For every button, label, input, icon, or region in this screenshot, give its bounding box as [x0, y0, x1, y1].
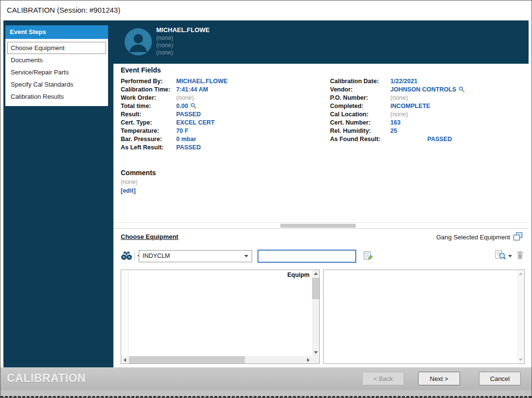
field-label: Work Order:	[121, 94, 176, 101]
next-button[interactable]: Next >	[418, 372, 460, 385]
event-fields-title: Event Fields	[121, 66, 161, 74]
titlebar: CALIBRATION (Session: #901243)	[0, 0, 532, 20]
gang-selected-equipment-label: Gang Selected Equipment	[436, 234, 510, 241]
field-label: Calibration Date:	[330, 78, 390, 85]
binoculars-icon	[121, 251, 132, 262]
event-fields-left-column: Performed By:MICHAEL.FLOWE Calibration T…	[121, 77, 228, 151]
user-detail-line: (none)	[156, 42, 173, 49]
field-label: Temperature:	[121, 127, 176, 134]
event-steps-panel: Event Steps Choose Equipment Documents S…	[5, 25, 108, 106]
cancel-button[interactable]: Cancel	[479, 372, 521, 385]
horizontal-scrollbar[interactable]	[121, 356, 312, 363]
field-value: 25	[390, 127, 397, 134]
equipment-search-input[interactable]	[257, 250, 356, 263]
equipment-category-dropdown[interactable]: INDYCLM	[139, 250, 252, 262]
field-value: PASSED	[427, 136, 452, 143]
field-value: 0 mbar	[176, 136, 196, 143]
user-detail-line: (none)	[156, 35, 173, 42]
field-value: (none)	[390, 94, 408, 101]
scroll-down-button[interactable]	[312, 349, 319, 356]
field-value: EXCEL CERT	[176, 119, 215, 126]
scroll-right-button[interactable]	[305, 356, 312, 363]
copy-stack-icon[interactable]	[513, 232, 523, 243]
field-value: 163	[390, 119, 401, 126]
field-value: 7:41:44 AM	[176, 86, 208, 93]
field-value: (none)	[176, 94, 194, 101]
window-bottom-edge	[0, 390, 532, 398]
field-label: As Found Result:	[330, 136, 390, 143]
field-label: Result:	[121, 111, 176, 118]
field-label: Performed By:	[121, 78, 176, 85]
user-details: (none) (none) (none)	[156, 35, 173, 56]
step-calibration-results[interactable]: Calibration Results	[7, 90, 106, 103]
event-fields-section: Event Fields Performed By:MICHAEL.FLOWE …	[113, 64, 529, 222]
horizontal-scrollbar[interactable]	[113, 222, 529, 228]
field-label: P.O. Number:	[330, 94, 390, 101]
step-service-repair-parts[interactable]: Service/Repair Parts	[7, 66, 106, 78]
field-value: 1/22/2021	[390, 78, 418, 85]
step-choose-equipment[interactable]: Choose Equipment	[7, 42, 106, 54]
scroll-up-button[interactable]	[312, 270, 319, 277]
equipment-list[interactable]: Equipm	[121, 270, 320, 364]
field-label: Cal Location:	[330, 111, 390, 118]
selected-equipment-list[interactable]	[323, 270, 525, 364]
magnifier-icon[interactable]	[190, 103, 197, 109]
field-label: Cert. Number:	[330, 119, 390, 126]
comments-value: (none)	[121, 179, 156, 185]
field-value: MICHAEL.FLOWE	[176, 78, 228, 85]
scrollbar-thumb[interactable]	[129, 356, 245, 363]
divider	[134, 253, 135, 260]
field-value: 70 F	[176, 127, 188, 134]
vertical-scrollbar[interactable]	[517, 270, 524, 363]
footer-bar: CALIBRATION < Back Next > Cancel	[0, 367, 532, 390]
scrollbar-corner	[312, 356, 319, 363]
magnifier-icon[interactable]	[459, 86, 465, 92]
choose-equipment-panel: Choose Equipment Gang Selected Equipment	[113, 228, 529, 367]
equipment-column-header[interactable]: Equipm	[287, 271, 310, 278]
field-label: Total time:	[121, 103, 176, 109]
field-label: As Left Result:	[121, 144, 176, 151]
chevron-down-icon	[508, 255, 512, 257]
step-specify-cal-standards[interactable]: Specify Cal Standards	[7, 78, 106, 90]
edit-form-icon[interactable]	[364, 251, 373, 262]
scrollbar-thumb[interactable]	[312, 278, 319, 299]
scroll-up-button[interactable]	[517, 270, 524, 277]
user-header-band: MICHAEL.FLOWE (none) (none) (none)	[113, 20, 529, 64]
choose-equipment-title: Choose Equipment	[121, 233, 178, 240]
scrollbar-thumb[interactable]	[280, 224, 356, 228]
column-gridline	[128, 271, 128, 356]
field-value: 0.00	[176, 103, 188, 109]
vertical-scrollbar[interactable]	[312, 270, 319, 356]
preview-magnifier-icon	[495, 250, 506, 262]
step-documents[interactable]: Documents	[7, 54, 106, 66]
trash-icon[interactable]	[516, 251, 524, 262]
field-label: Bar. Pressure:	[121, 136, 176, 143]
scroll-left-button[interactable]	[121, 356, 128, 363]
chevron-down-icon[interactable]	[241, 251, 251, 261]
dropdown-selected-value: INDYCLM	[143, 253, 170, 259]
field-value: (none)	[390, 111, 408, 118]
calibration-window: CALIBRATION (Session: #901243) Event Ste…	[0, 0, 532, 398]
field-value: PASSED	[176, 144, 201, 151]
field-label: Completed:	[330, 103, 390, 109]
comments-title: Comments	[121, 169, 156, 177]
footer-brand: CALIBRATION	[7, 372, 86, 385]
field-value: JOHNSON CONTROLS	[390, 86, 456, 93]
event-fields-right-column: Calibration Date:1/22/2021 Vendor:JOHNSO…	[330, 77, 465, 143]
window-title: CALIBRATION (Session: #901243)	[7, 6, 120, 14]
preview-button[interactable]	[495, 250, 512, 262]
field-label: Cert. Type:	[121, 119, 176, 126]
field-label: Calibration Time:	[121, 86, 176, 93]
field-label: Vendor:	[330, 86, 390, 93]
person-icon	[124, 28, 152, 56]
event-steps-list: Choose Equipment Documents Service/Repai…	[5, 39, 108, 106]
scroll-down-button[interactable]	[517, 356, 524, 363]
edit-comments-link[interactable]: [edit]	[121, 187, 156, 194]
find-button[interactable]	[121, 250, 141, 262]
field-label: Rel. Humidity:	[330, 127, 390, 134]
back-button[interactable]: < Back	[362, 372, 404, 385]
comments-block: Comments (none) [edit]	[121, 169, 156, 194]
event-steps-header: Event Steps	[5, 25, 108, 39]
field-value: PASSED	[176, 111, 201, 118]
user-detail-line: (none)	[156, 49, 173, 56]
